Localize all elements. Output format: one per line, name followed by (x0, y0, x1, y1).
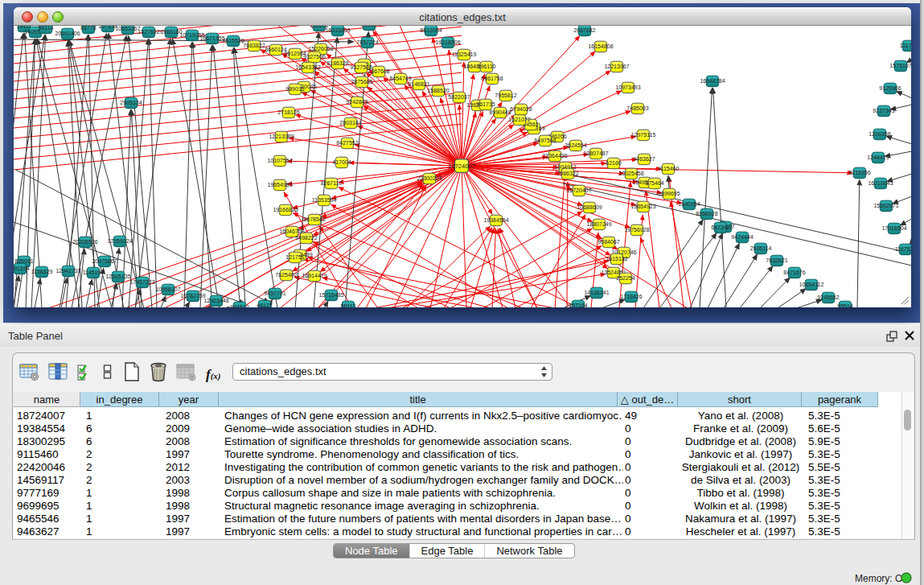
svg-text:9146821: 9146821 (408, 81, 429, 87)
svg-text:96114: 96114 (39, 26, 54, 31)
svg-text:6794028: 6794028 (510, 106, 532, 112)
svg-text:7515526: 7515526 (222, 38, 244, 43)
svg-text:17957223: 17957223 (129, 279, 154, 285)
svg-text:9227343: 9227343 (873, 108, 894, 113)
svg-text:7632621: 7632621 (766, 257, 787, 263)
svg-text:9457791: 9457791 (264, 290, 285, 296)
svg-text:9242848: 9242848 (346, 99, 368, 105)
svg-text:20975867: 20975867 (92, 258, 117, 264)
svg-text:989015: 989015 (285, 86, 304, 92)
svg-text:11325419: 11325419 (452, 51, 477, 57)
svg-text:9115460: 9115460 (658, 166, 680, 171)
svg-text:15226058: 15226058 (308, 46, 333, 51)
svg-text:8958928: 8958928 (696, 211, 717, 216)
svg-text:15692971: 15692971 (873, 203, 898, 208)
svg-text:2905334: 2905334 (120, 100, 142, 105)
svg-text:1209358: 1209358 (869, 131, 890, 137)
svg-text:961715: 961715 (476, 101, 495, 107)
svg-text:8267110: 8267110 (321, 180, 343, 186)
svg-text:16671355: 16671355 (199, 35, 224, 41)
svg-text:86113: 86113 (362, 26, 377, 27)
svg-text:95514: 95514 (837, 303, 853, 307)
svg-text:9245652: 9245652 (817, 295, 839, 300)
svg-text:2087682: 2087682 (573, 27, 595, 33)
svg-text:2367608: 2367608 (368, 68, 389, 74)
svg-text:16154808: 16154808 (588, 43, 613, 49)
svg-text:15716485: 15716485 (318, 292, 343, 298)
svg-text:62160: 62160 (606, 160, 622, 166)
svg-text:10807487: 10807487 (583, 150, 608, 156)
svg-text:7857224: 7857224 (356, 39, 378, 45)
svg-text:12975115: 12975115 (631, 132, 656, 138)
svg-text:19756928: 19756928 (624, 227, 649, 233)
svg-text:944512: 944512 (230, 304, 248, 307)
svg-text:21364436: 21364436 (542, 153, 567, 159)
svg-text:6961758: 6961758 (481, 76, 503, 81)
svg-text:9129966: 9129966 (879, 85, 901, 91)
svg-text:417004: 417004 (332, 159, 351, 165)
svg-text:7955812: 7955812 (495, 93, 516, 98)
svg-text:111786: 111786 (900, 43, 911, 48)
svg-text:9463627: 9463627 (633, 156, 655, 162)
svg-text:17359924: 17359924 (107, 238, 132, 244)
svg-text:5822037: 5822037 (448, 94, 470, 100)
svg-text:252254: 252254 (616, 275, 634, 281)
svg-text:9084067: 9084067 (598, 239, 619, 245)
svg-text:15720407: 15720407 (566, 187, 591, 193)
svg-text:9899695: 9899695 (658, 191, 680, 196)
svg-text:10107554: 10107554 (267, 158, 292, 163)
svg-text:1244419: 1244419 (867, 154, 889, 160)
svg-text:3624554: 3624554 (565, 142, 586, 148)
svg-text:19166825: 19166825 (273, 207, 298, 212)
svg-text:3875685: 3875685 (351, 79, 372, 84)
svg-text:20206536: 20206536 (72, 239, 97, 245)
svg-text:1733426: 1733426 (620, 294, 642, 299)
svg-text:1527602: 1527602 (138, 29, 159, 35)
svg-text:18724007: 18724007 (448, 163, 474, 170)
svg-text:1167533: 1167533 (895, 246, 911, 252)
svg-text:10654112: 10654112 (799, 282, 824, 287)
svg-text:7625402: 7625402 (275, 272, 297, 278)
svg-text:6497568: 6497568 (534, 138, 556, 143)
svg-text:16033809: 16033809 (325, 27, 350, 33)
svg-text:121751: 121751 (285, 254, 304, 260)
svg-text:85778: 85778 (80, 26, 97, 31)
svg-text:46121: 46121 (257, 303, 273, 307)
svg-text:2718126: 2718126 (277, 109, 299, 115)
svg-text:12923448: 12923448 (203, 298, 228, 303)
svg-text:5498222: 5498222 (295, 235, 317, 241)
svg-text:16210643: 16210643 (868, 180, 893, 186)
svg-text:19218506: 19218506 (435, 39, 460, 45)
svg-text:10653267: 10653267 (115, 26, 140, 31)
svg-text:7986322: 7986322 (556, 171, 578, 176)
svg-text:12213967: 12213967 (604, 64, 629, 69)
svg-text:16914479: 16914479 (302, 273, 326, 278)
svg-text:8427552: 8427552 (336, 140, 358, 146)
svg-text:1640954: 1640954 (678, 201, 700, 207)
svg-text:10688609: 10688609 (577, 204, 602, 210)
svg-text:12213389: 12213389 (269, 134, 294, 139)
svg-text:19654985: 19654985 (267, 182, 292, 187)
svg-text:9327506: 9327506 (303, 54, 325, 60)
svg-text:696110: 696110 (478, 64, 496, 69)
svg-text:107339: 107339 (98, 26, 117, 29)
svg-text:7663822: 7663822 (243, 43, 265, 48)
svg-text:1156829: 1156829 (31, 269, 53, 274)
svg-text:8471676: 8471676 (783, 270, 805, 275)
svg-text:7485003: 7485003 (626, 105, 648, 111)
svg-text:8215956: 8215956 (848, 170, 870, 175)
svg-text:18807249: 18807249 (586, 221, 611, 227)
svg-text:8186328: 8186328 (326, 60, 348, 66)
svg-text:1145194: 1145194 (83, 270, 105, 275)
svg-text:975464: 975464 (645, 180, 663, 186)
svg-text:11353594: 11353594 (312, 197, 337, 203)
svg-text:10958107: 10958107 (155, 286, 180, 292)
svg-text:1575107: 1575107 (889, 63, 911, 68)
svg-text:687342: 687342 (711, 225, 729, 230)
svg-text:16648784: 16648784 (700, 78, 725, 84)
svg-text:19654923: 19654923 (630, 204, 655, 209)
svg-text:20691406: 20691406 (55, 31, 80, 36)
svg-text:16543382: 16543382 (295, 64, 320, 70)
svg-text:17016504: 17016504 (881, 225, 906, 231)
svg-text:14136141: 14136141 (584, 290, 609, 295)
